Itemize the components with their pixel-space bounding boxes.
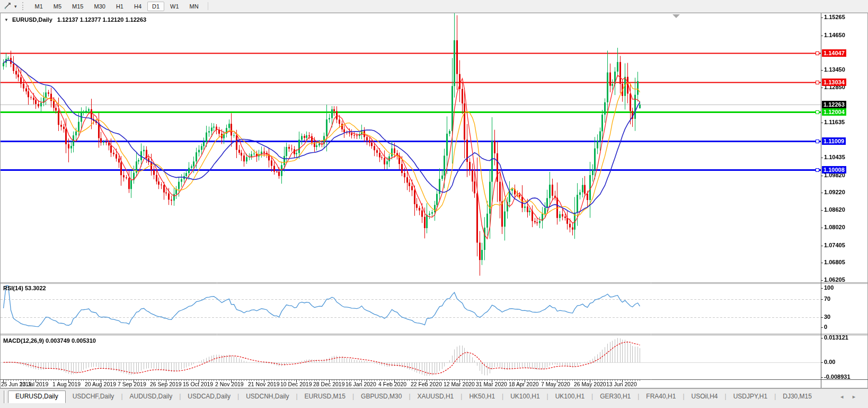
date-axis-label: 13 Jun 2020: [606, 381, 637, 387]
price-level-label: 1.14047: [822, 49, 846, 57]
price-axis-tick-label: 1.06805: [824, 259, 845, 265]
rsi-axis-label: 70: [824, 296, 830, 302]
symbol-tab-uk100-h1[interactable]: UK100,H1: [548, 390, 591, 403]
price-axis-tick-label: 1.07405: [824, 242, 845, 248]
chart-symbol-period: EURUSD,Daily: [12, 16, 52, 23]
date-axis-label: 22 Feb 2020: [411, 381, 442, 387]
chart-ohlc-values: 1.12137 1.12377 1.12120 1.12263: [57, 16, 146, 23]
date-axis-label: 7 Sep 2019: [118, 381, 146, 387]
date-axis-label: 13 Jul 2019: [20, 381, 48, 387]
date-axis-label: 31 Mar 2020: [476, 381, 507, 387]
symbol-tab-usdcad-daily[interactable]: USDCAD,Daily: [181, 390, 237, 403]
timeframe-button-w1[interactable]: W1: [165, 2, 184, 11]
price-level-label: 1.13034: [822, 79, 846, 86]
date-axis-label: 1 Aug 2019: [52, 381, 81, 387]
timeframe-button-h1[interactable]: H1: [111, 2, 128, 11]
symbol-tab-usdjpy-h1[interactable]: USDJPY,H1: [727, 390, 774, 403]
symbol-tab-usdcnh-daily[interactable]: USDCNH,Daily: [239, 390, 296, 403]
symbol-tab-bar: EURUSD,DailyUSDCHF,Daily|AUDUSD,Daily|US…: [0, 388, 868, 408]
date-axis-label: 18 Apr 2020: [509, 381, 539, 387]
tabbar-edge-divider: [4, 390, 6, 403]
toolbar-drag-handle[interactable]: [22, 2, 25, 10]
rsi-axis-label: 0: [824, 324, 827, 330]
toolbar-separator: [208, 2, 208, 10]
chart-title: ▼ EURUSD,Daily 1.12137 1.12377 1.12120 1…: [4, 16, 146, 23]
date-axis-label: 15 Oct 2019: [183, 381, 213, 387]
price-axis-tick-label: 1.08020: [824, 224, 845, 230]
date-axis-label: 7 May 2020: [541, 381, 570, 387]
symbol-tab-eurusd-m15[interactable]: EURUSD,M15: [298, 390, 352, 403]
price-level-label: 1.10008: [822, 166, 846, 173]
date-axis-label: 26 May 2020: [574, 381, 606, 387]
chart-tools-icon[interactable]: [3, 2, 12, 11]
price-axis-tick-label: 1.10435: [824, 154, 845, 160]
price-axis-tick-label: 1.14650: [824, 32, 845, 38]
date-axis-label: 4 Feb 2020: [378, 381, 406, 387]
date-axis-label: 20 Aug 2019: [85, 381, 116, 387]
timeframe-button-m30[interactable]: M30: [90, 2, 110, 11]
chevron-down-icon[interactable]: ▾: [12, 4, 19, 9]
timeframe-button-m5[interactable]: M5: [49, 2, 66, 11]
timeframe-button-mn[interactable]: MN: [185, 2, 203, 11]
rsi-axis-label: 30: [824, 314, 830, 320]
top-toolbar: ▾ M1M5M15M30H1H4D1W1MN: [0, 0, 868, 13]
price-axis-tick-label: 1.13450: [824, 66, 845, 73]
symbol-tab-dj30-m15[interactable]: DJ30,M15: [776, 390, 819, 403]
date-axis-label: 21 Nov 2019: [248, 381, 280, 387]
macd-axis-label: 0.013121: [824, 334, 848, 341]
collapse-triangle-icon[interactable]: ▼: [4, 18, 8, 22]
macd-axis-label: -0.008931: [824, 374, 851, 380]
timeframe-button-d1[interactable]: D1: [147, 2, 164, 11]
symbol-tab-ger30-h1[interactable]: GER30,H1: [593, 390, 637, 403]
tab-scroll-left-icon[interactable]: ◄: [839, 394, 852, 400]
chart-canvas[interactable]: [0, 0, 868, 408]
price-axis-tick-label: 1.08620: [824, 206, 845, 213]
macd-indicator-label: MACD(12,26,9) 0.003749 0.005310: [3, 337, 96, 344]
rsi-axis-label: 100: [824, 284, 834, 291]
price-axis-tick-label: 1.11635: [824, 119, 845, 125]
price-level-label: 1.11009: [822, 137, 846, 145]
symbol-tab-eurusd-daily[interactable]: EURUSD,Daily: [8, 390, 66, 403]
symbol-tab-hk50-h1[interactable]: HK50,H1: [462, 390, 502, 403]
symbol-tab-usdchf-daily[interactable]: USDCHF,Daily: [66, 390, 121, 403]
symbol-tab-audusd-daily[interactable]: AUDUSD,Daily: [123, 390, 180, 403]
date-axis-label: 12 Mar 2020: [444, 381, 475, 387]
date-axis-label: 10 Dec 2019: [280, 381, 312, 387]
timeframe-button-m15[interactable]: M15: [67, 2, 88, 11]
date-axis-label: 16 Jan 2020: [346, 381, 376, 387]
price-level-label: 1.12004: [822, 108, 846, 116]
tab-scroll-right-icon[interactable]: ►: [852, 394, 864, 400]
symbol-tab-xauusd-h1[interactable]: XAUUSD,H1: [411, 390, 461, 403]
rsi-indicator-label: RSI(14) 53.3022: [3, 285, 46, 291]
symbol-tab-gbpusd-m30[interactable]: GBPUSD,M30: [354, 390, 409, 403]
symbol-tab-usoil-h4[interactable]: USOil,H4: [685, 390, 725, 403]
price-axis-tick-label: 1.06205: [824, 276, 845, 283]
symbol-tab-fra40-h1[interactable]: FRA40,H1: [639, 390, 683, 403]
date-axis-label: 26 Sep 2019: [150, 381, 182, 387]
timeframe-button-m1[interactable]: M1: [30, 2, 48, 11]
timeframe-button-h4[interactable]: H4: [129, 2, 146, 11]
macd-axis-label: 0.00: [824, 359, 835, 365]
symbol-tab-uk100-h1[interactable]: UK100,H1: [503, 390, 546, 403]
current-price-label: 1.12263: [822, 101, 846, 108]
price-axis-tick-label: 1.15265: [824, 14, 845, 20]
price-axis-tick-label: 1.09220: [824, 189, 845, 195]
date-axis-label: 2 Nov 2019: [215, 381, 244, 387]
date-axis-label: 28 Dec 2019: [313, 381, 345, 387]
